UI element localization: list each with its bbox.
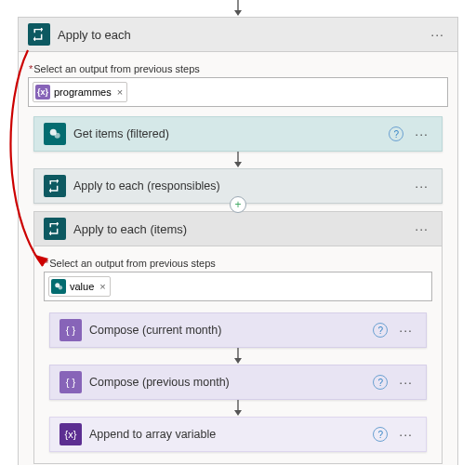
connector-arrow bbox=[7, 0, 469, 17]
help-icon[interactable]: ? bbox=[389, 126, 403, 141]
svg-point-7 bbox=[59, 286, 62, 289]
token-programmes[interactable]: {x} programmes × bbox=[33, 82, 127, 102]
connector-arrow bbox=[44, 348, 432, 365]
action-title: Get items (filtered) bbox=[73, 127, 381, 140]
apply-to-each-container: Apply to each ··· *Select an output from… bbox=[18, 17, 458, 465]
add-action-button[interactable]: + bbox=[28, 196, 448, 213]
compose-previous-month[interactable]: { } Compose (previous month) ? ··· bbox=[49, 365, 427, 400]
more-menu-button[interactable]: ··· bbox=[395, 323, 416, 338]
action-title: Compose (current month) bbox=[89, 324, 365, 337]
more-menu-button[interactable]: ··· bbox=[395, 375, 416, 390]
foreach-icon bbox=[28, 23, 50, 46]
more-menu-button[interactable]: ··· bbox=[427, 27, 448, 42]
svg-point-3 bbox=[55, 133, 60, 139]
container-title: Apply to each (items) bbox=[73, 222, 403, 236]
help-icon[interactable]: ? bbox=[373, 323, 388, 338]
append-to-array-variable[interactable]: {x} Append to array variable ? ··· bbox=[49, 417, 427, 452]
more-menu-button[interactable]: ··· bbox=[411, 221, 432, 236]
help-icon[interactable]: ? bbox=[373, 375, 388, 390]
connector-arrow bbox=[28, 152, 448, 168]
foreach-icon bbox=[44, 175, 66, 197]
output-token-input[interactable]: value × bbox=[44, 272, 432, 301]
select-output-label: *Select an output from previous steps bbox=[45, 258, 432, 269]
apply-to-each-items-container: Apply to each (items) ··· *Select an out… bbox=[33, 211, 443, 464]
compose-current-month[interactable]: { } Compose (current month) ? ··· bbox=[49, 312, 427, 348]
help-icon[interactable]: ? bbox=[373, 427, 388, 442]
token-remove-button[interactable]: × bbox=[117, 86, 123, 98]
sharepoint-icon bbox=[44, 123, 66, 145]
action-title: Compose (previous month) bbox=[89, 376, 365, 389]
more-menu-button[interactable]: ··· bbox=[411, 126, 432, 141]
svg-marker-11 bbox=[234, 410, 242, 416]
get-items-action[interactable]: Get items (filtered) ? ··· bbox=[33, 116, 443, 152]
sharepoint-icon bbox=[51, 279, 66, 294]
svg-marker-9 bbox=[234, 358, 242, 364]
token-label: value bbox=[70, 281, 94, 292]
variable-icon: {x} bbox=[60, 423, 82, 445]
svg-marker-5 bbox=[234, 162, 242, 167]
more-menu-button[interactable]: ··· bbox=[395, 427, 416, 442]
token-label: programmes bbox=[54, 86, 112, 98]
select-output-label: *Select an output from previous steps bbox=[29, 63, 448, 74]
more-menu-button[interactable]: ··· bbox=[411, 179, 432, 193]
svg-marker-1 bbox=[234, 10, 242, 16]
connector-arrow bbox=[44, 400, 432, 417]
apply-to-each-header[interactable]: Apply to each ··· bbox=[19, 18, 457, 52]
compose-icon: { } bbox=[60, 371, 82, 393]
foreach-icon bbox=[44, 218, 66, 240]
token-value[interactable]: value × bbox=[48, 276, 111, 297]
expression-icon: {x} bbox=[35, 85, 50, 100]
action-title: Apply to each (responsibles) bbox=[73, 179, 403, 193]
action-title: Append to array variable bbox=[89, 428, 365, 441]
output-token-input[interactable]: {x} programmes × bbox=[28, 77, 448, 107]
container-title: Apply to each bbox=[58, 28, 419, 42]
token-remove-button[interactable]: × bbox=[99, 281, 105, 292]
apply-to-each-items-header[interactable]: Apply to each (items) ··· bbox=[34, 212, 442, 246]
compose-icon: { } bbox=[60, 319, 82, 341]
